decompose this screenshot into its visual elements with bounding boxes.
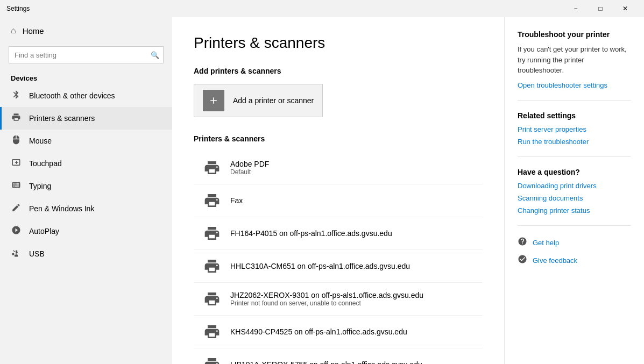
printer-status-jhz2062: Printer not found on server, unable to c… bbox=[230, 299, 423, 307]
run-troubleshooter-link[interactable]: Run the troubleshooter bbox=[518, 138, 631, 146]
mouse-icon bbox=[11, 135, 22, 147]
sidebar-item-pen[interactable]: Pen & Windows Ink bbox=[0, 197, 172, 220]
search-icon: 🔍 bbox=[151, 51, 159, 59]
printer-info-fh164: FH164-P4015 on off-ps-aln1.office.ads.gv… bbox=[230, 229, 392, 238]
sidebar-item-label-bluetooth: Bluetooth & other devices bbox=[29, 91, 115, 100]
content-main: Printers & scanners Add printers & scann… bbox=[172, 17, 504, 364]
printer-icon-adobe bbox=[202, 158, 222, 177]
get-help-link[interactable]: Get help bbox=[533, 239, 559, 247]
printer-item-fh164[interactable]: FH164-P4015 on off-ps-aln1.office.ads.gv… bbox=[194, 217, 483, 250]
sidebar-item-label-printers: Printers & scanners bbox=[29, 114, 95, 123]
print-server-link[interactable]: Print server properties bbox=[518, 125, 631, 133]
touchpad-icon bbox=[11, 158, 22, 169]
search-container: 🔍 bbox=[9, 46, 164, 63]
changing-link[interactable]: Changing printer status bbox=[518, 206, 631, 215]
add-section-title: Add printers & scanners bbox=[194, 67, 483, 75]
sidebar-item-usb[interactable]: USB bbox=[0, 242, 172, 265]
get-help-item[interactable]: Get help bbox=[518, 237, 631, 249]
printer-icon-sidebar bbox=[11, 112, 22, 124]
question-title: Have a question? bbox=[518, 168, 631, 176]
add-printer-plus-icon bbox=[203, 90, 224, 111]
content-area: Printers & scanners Add printers & scann… bbox=[172, 17, 644, 364]
scanning-link[interactable]: Scanning documents bbox=[518, 194, 631, 202]
home-icon: ⌂ bbox=[11, 26, 16, 35]
printer-item-fax[interactable]: Fax bbox=[194, 184, 483, 217]
sidebar-item-autoplay[interactable]: AutoPlay bbox=[0, 220, 172, 242]
sidebar-item-label-pen: Pen & Windows Ink bbox=[29, 204, 94, 213]
page-title: Printers & scanners bbox=[194, 34, 483, 52]
printer-name-fax: Fax bbox=[230, 196, 243, 205]
printers-list: Adobe PDF Default Fax bbox=[194, 152, 483, 364]
give-feedback-link[interactable]: Give feedback bbox=[533, 256, 577, 265]
app-body: ⌂ Home 🔍 Devices Bluetooth & other devic… bbox=[0, 17, 644, 364]
sidebar-item-label-mouse: Mouse bbox=[29, 137, 52, 145]
search-button[interactable]: 🔍 bbox=[146, 46, 164, 63]
search-input[interactable] bbox=[9, 46, 164, 63]
sidebar: ⌂ Home 🔍 Devices Bluetooth & other devic… bbox=[0, 17, 172, 364]
printer-info-lib101a: LIB101A-XEROX-5755 on off-ps-aln1.office… bbox=[230, 360, 422, 364]
open-troubleshooter-link[interactable]: Open troubleshooter settings bbox=[518, 81, 631, 89]
sidebar-section-label: Devices bbox=[0, 70, 172, 84]
printer-info-khs4490: KHS4490-CP4525 on off-ps-aln1.office.ads… bbox=[230, 327, 407, 336]
printer-info-jhz2062: JHZ2062-XEROX-9301 on off-ps-als1.office… bbox=[230, 291, 423, 307]
sidebar-item-label-typing: Typing bbox=[29, 182, 51, 190]
add-printer-button[interactable]: Add a printer or scanner bbox=[194, 84, 323, 117]
sidebar-item-label-usb: USB bbox=[29, 249, 45, 258]
printer-icon-lib101a bbox=[202, 355, 222, 364]
get-help-icon bbox=[518, 237, 527, 249]
autoplay-icon bbox=[11, 225, 22, 237]
printer-icon-hhlc310a bbox=[202, 256, 222, 276]
related-settings-title: Related settings bbox=[518, 111, 631, 120]
titlebar: Settings − □ ✕ bbox=[0, 0, 644, 17]
pen-icon bbox=[11, 203, 22, 215]
divider-2 bbox=[518, 156, 631, 157]
right-panel: Troubleshoot your printer If you can't g… bbox=[504, 17, 644, 364]
give-feedback-item[interactable]: Give feedback bbox=[518, 254, 631, 267]
printer-icon-khs4490 bbox=[202, 322, 222, 341]
sidebar-item-label-autoplay: AutoPlay bbox=[29, 227, 59, 235]
printer-item-lib101a[interactable]: LIB101A-XEROX-5755 on off-ps-aln1.office… bbox=[194, 348, 483, 364]
printer-name-lib101a: LIB101A-XEROX-5755 on off-ps-aln1.office… bbox=[230, 360, 422, 364]
usb-icon bbox=[11, 248, 22, 260]
printer-item-khs4490[interactable]: KHS4490-CP4525 on off-ps-aln1.office.ads… bbox=[194, 316, 483, 348]
printer-info-adobe: Adobe PDF Default bbox=[230, 160, 269, 176]
troubleshoot-title: Troubleshoot your printer bbox=[518, 30, 631, 39]
printer-name-khs4490: KHS4490-CP4525 on off-ps-aln1.office.ads… bbox=[230, 327, 407, 336]
printer-icon-fh164 bbox=[202, 224, 222, 243]
printers-section-title: Printers & scanners bbox=[194, 134, 483, 143]
printer-name-hhlc310a: HHLC310A-CM651 on off-ps-aln1.office.ads… bbox=[230, 262, 410, 270]
bluetooth-icon bbox=[11, 90, 22, 102]
app-title: Settings bbox=[6, 5, 30, 12]
add-printer-label: Add a printer or scanner bbox=[233, 96, 314, 105]
window-controls: − □ ✕ bbox=[563, 0, 638, 17]
printer-name-adobe: Adobe PDF bbox=[230, 160, 269, 168]
printer-icon-fax bbox=[202, 191, 222, 210]
printer-item-hhlc310a[interactable]: HHLC310A-CM651 on off-ps-aln1.office.ads… bbox=[194, 250, 483, 283]
sidebar-item-mouse[interactable]: Mouse bbox=[0, 130, 172, 152]
printer-status-adobe: Default bbox=[230, 168, 269, 176]
printer-info-fax: Fax bbox=[230, 196, 243, 205]
printer-item-adobe[interactable]: Adobe PDF Default bbox=[194, 152, 483, 184]
sidebar-item-touchpad[interactable]: Touchpad bbox=[0, 152, 172, 175]
close-button[interactable]: ✕ bbox=[613, 0, 638, 17]
sidebar-item-printers[interactable]: Printers & scanners bbox=[0, 107, 172, 130]
divider-1 bbox=[518, 100, 631, 101]
sidebar-item-typing[interactable]: Typing bbox=[0, 175, 172, 197]
printer-name-fh164: FH164-P4015 on off-ps-aln1.office.ads.gv… bbox=[230, 229, 392, 238]
give-feedback-icon bbox=[518, 254, 527, 267]
printer-name-jhz2062: JHZ2062-XEROX-9301 on off-ps-als1.office… bbox=[230, 291, 423, 299]
printer-info-hhlc310a: HHLC310A-CM651 on off-ps-aln1.office.ads… bbox=[230, 262, 410, 270]
maximize-button[interactable]: □ bbox=[588, 0, 613, 17]
downloading-link[interactable]: Downloading print drivers bbox=[518, 182, 631, 190]
sidebar-item-label-touchpad: Touchpad bbox=[29, 159, 62, 168]
home-label: Home bbox=[23, 26, 44, 35]
printer-item-jhz2062[interactable]: JHZ2062-XEROX-9301 on off-ps-als1.office… bbox=[194, 283, 483, 316]
minimize-button[interactable]: − bbox=[563, 0, 588, 17]
typing-icon bbox=[11, 180, 22, 192]
home-nav-item[interactable]: ⌂ Home bbox=[0, 17, 172, 44]
sidebar-item-bluetooth[interactable]: Bluetooth & other devices bbox=[0, 84, 172, 107]
divider-3 bbox=[518, 225, 631, 226]
printer-icon-jhz2062 bbox=[202, 289, 222, 309]
troubleshoot-text: If you can't get your printer to work, t… bbox=[518, 44, 631, 76]
